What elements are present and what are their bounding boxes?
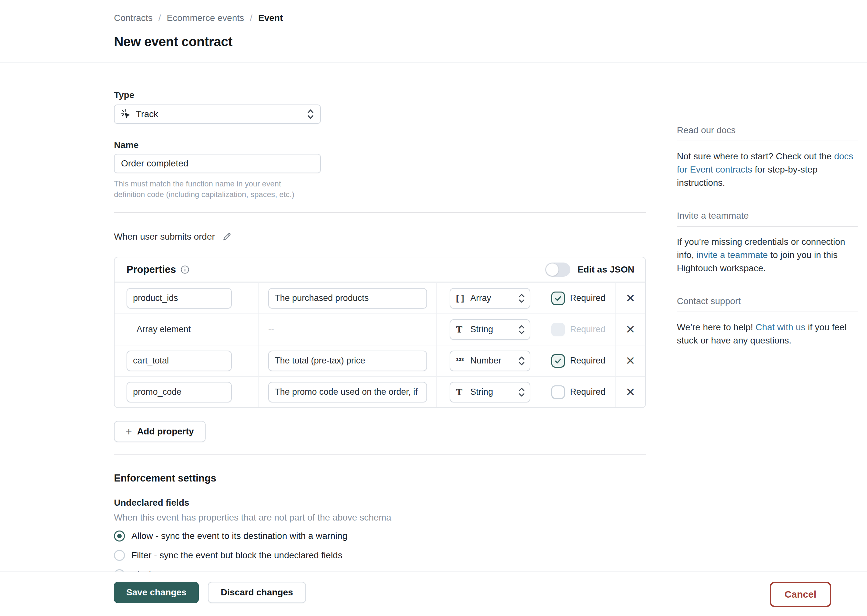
properties-title: Properties — [126, 264, 176, 275]
invite-teammate-link[interactable]: invite a teammate — [697, 250, 768, 260]
property-name-input[interactable] — [126, 350, 232, 371]
info-icon — [180, 265, 189, 274]
string-type-icon: T — [456, 387, 470, 397]
required-checkbox[interactable] — [551, 292, 565, 305]
support-heading: Contact support — [677, 296, 858, 306]
breadcrumb-contracts[interactable]: Contracts — [114, 13, 153, 23]
property-description-input[interactable] — [268, 382, 427, 402]
string-type-icon: T — [456, 325, 470, 335]
event-description-text: When user submits order — [114, 231, 215, 242]
support-text: We’re here to help! — [677, 322, 756, 332]
name-label: Name — [114, 140, 646, 151]
chevron-up-down-icon — [518, 354, 525, 367]
save-changes-button[interactable]: Save changes — [114, 582, 199, 603]
required-checkbox[interactable] — [551, 354, 565, 368]
undeclared-fields-description: When this event has properties that are … — [114, 512, 646, 523]
invite-heading: Invite a teammate — [677, 211, 858, 221]
docs-text: Not sure where to start? Check out the — [677, 151, 834, 161]
edit-as-json-toggle[interactable] — [545, 262, 571, 277]
docs-section: Read our docs Not sure where to start? C… — [677, 125, 858, 189]
edit-as-json-label: Edit as JSON — [577, 264, 634, 275]
breadcrumb-current: Event — [258, 13, 283, 23]
type-select[interactable]: [ ] Array — [450, 288, 530, 309]
cancel-button[interactable]: Cancel — [770, 582, 831, 607]
enforcement-settings-title: Enforcement settings — [114, 473, 646, 484]
chevron-up-down-icon — [518, 386, 525, 399]
support-section: Contact support We’re here to help! Chat… — [677, 296, 858, 347]
chevron-up-down-icon — [518, 292, 525, 305]
property-description-input[interactable] — [268, 288, 427, 309]
remove-property-icon[interactable]: ✕ — [626, 292, 635, 304]
discard-changes-button[interactable]: Discard changes — [208, 582, 306, 603]
array-element-description: -- — [259, 324, 274, 335]
remove-property-icon[interactable]: ✕ — [626, 387, 635, 398]
edit-pencil-icon[interactable] — [222, 232, 232, 242]
divider — [677, 226, 858, 227]
event-description-row: When user submits order — [114, 231, 646, 242]
property-description-input[interactable] — [268, 350, 427, 371]
properties-card: Properties Edit as JSON — [114, 257, 646, 408]
type-select[interactable]: T String — [450, 319, 530, 340]
properties-card-header: Properties Edit as JSON — [115, 258, 645, 282]
breadcrumb-separator: / — [159, 13, 161, 23]
type-select[interactable]: T String — [450, 382, 530, 402]
breadcrumb-ecommerce-events[interactable]: Ecommerce events — [167, 13, 244, 23]
check-icon — [554, 357, 562, 365]
divider — [677, 141, 858, 141]
radio-allow[interactable]: Allow - sync the event to its destinatio… — [114, 530, 646, 542]
section-divider — [114, 212, 646, 213]
name-field-group: Name This must match the function name i… — [114, 140, 646, 200]
property-row-cart-total: ¹²³ Number Required — [115, 345, 645, 376]
breadcrumb: Contracts / Ecommerce events / Event — [114, 12, 867, 25]
docs-heading: Read our docs — [677, 125, 858, 135]
radio-filter[interactable]: Filter - sync the event but block the un… — [114, 549, 646, 561]
remove-property-icon[interactable]: ✕ — [626, 324, 635, 335]
required-checkbox-disabled — [551, 323, 565, 336]
action-footer: Save changes Discard changes Cancel — [0, 572, 867, 616]
property-name-input[interactable] — [126, 382, 232, 402]
help-sidebar: Read our docs Not sure where to start? C… — [677, 125, 858, 368]
invite-section: Invite a teammate If you’re missing cred… — [677, 211, 858, 275]
chevron-up-down-icon — [307, 107, 314, 121]
radio-unselected-icon — [114, 550, 125, 561]
required-checkbox[interactable] — [551, 385, 565, 399]
section-divider — [114, 454, 646, 455]
new-event-contract-page: Contracts / Ecommerce events / Event New… — [0, 0, 867, 616]
type-label: Type — [114, 90, 646, 101]
add-property-button[interactable]: + Add property — [114, 421, 206, 442]
radio-selected-icon — [114, 531, 125, 542]
name-input[interactable] — [114, 154, 321, 173]
array-element-label: Array element — [115, 324, 191, 335]
type-select[interactable]: ¹²³ Number — [450, 350, 530, 371]
page-title: New event contract — [114, 34, 867, 49]
array-type-icon: [ ] — [456, 293, 470, 303]
undeclared-fields-label: Undeclared fields — [114, 498, 646, 508]
plus-icon: + — [126, 425, 132, 438]
type-select-value: Track — [136, 109, 307, 119]
check-icon — [554, 294, 562, 303]
remove-property-icon[interactable]: ✕ — [626, 355, 635, 367]
chevron-up-down-icon — [518, 323, 525, 336]
name-helper-text: This must match the function name in you… — [114, 178, 314, 200]
form-column: Type Track — [114, 90, 646, 581]
number-type-icon: ¹²³ — [456, 357, 470, 365]
track-cursor-icon — [120, 109, 131, 119]
property-row-promo-code: T String Required ✕ — [115, 376, 645, 407]
page-header: Contracts / Ecommerce events / Event New… — [0, 0, 867, 63]
divider — [677, 311, 858, 312]
property-row-array-element: Array element -- T String Re — [115, 313, 645, 345]
type-field-group: Type Track — [114, 90, 646, 124]
property-name-input[interactable] — [126, 288, 232, 309]
type-select[interactable]: Track — [114, 104, 321, 124]
chat-with-us-link[interactable]: Chat with us — [756, 322, 806, 332]
breadcrumb-separator: / — [250, 13, 252, 23]
property-row-product-ids: [ ] Array Required — [115, 282, 645, 313]
